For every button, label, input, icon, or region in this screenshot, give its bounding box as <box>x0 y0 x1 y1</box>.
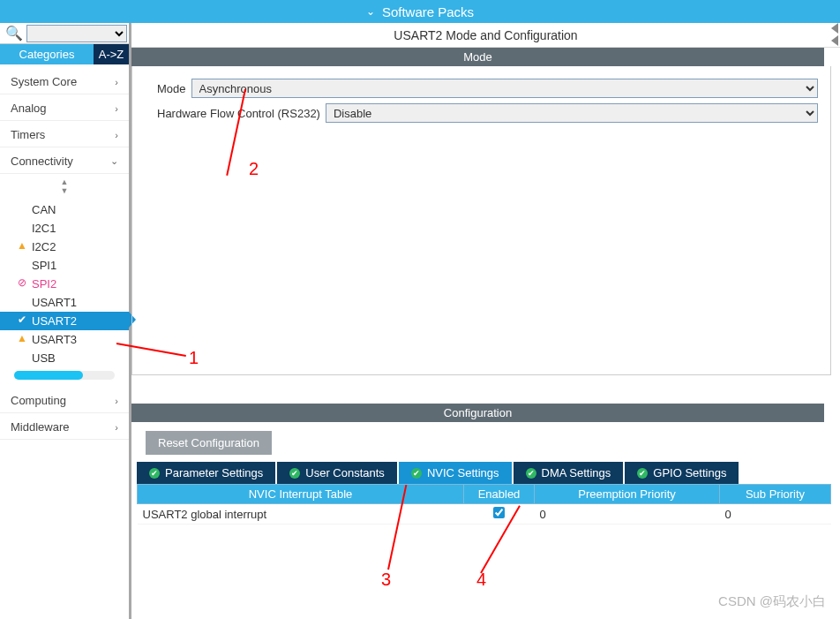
row-interrupt-name: USART2 global interrupt <box>138 504 464 525</box>
sidebar-item-analog[interactable]: Analog › <box>0 94 129 121</box>
scroll-thumb[interactable] <box>14 371 83 380</box>
tab-user-constants[interactable]: ✔User Constants <box>277 462 397 484</box>
hw-flow-label: Hardware Flow Control (RS232) <box>157 107 326 120</box>
chevron-right-icon: › <box>115 130 118 140</box>
main-panel: USART2 Mode and Configuration Mode Mode … <box>131 23 840 619</box>
col-enabled: Enabled <box>464 485 535 504</box>
search-icon[interactable]: 🔍 <box>2 25 26 42</box>
check-icon: ✔ <box>149 468 160 479</box>
tab-az[interactable]: A->Z <box>94 44 129 64</box>
tab-categories[interactable]: Categories <box>0 44 94 64</box>
chevron-right-icon: › <box>115 77 118 87</box>
sidebar-item-i2c2[interactable]: ▲I2C2 <box>0 238 129 256</box>
check-icon: ✔ <box>16 313 28 328</box>
sidebar-item-label: Middleware <box>11 420 69 434</box>
warning-icon: ▲ <box>16 238 28 253</box>
sidebar-item-usart2[interactable]: ✔USART2 <box>0 312 129 330</box>
table-row[interactable]: USART2 global interrupt 0 0 <box>138 504 831 525</box>
chevron-down-icon: ⌄ <box>366 5 375 18</box>
tab-nvic-settings[interactable]: ✔NVIC Settings <box>399 462 512 484</box>
tab-parameter-settings[interactable]: ✔Parameter Settings <box>137 462 275 484</box>
nvic-table: NVIC Interrupt Table Enabled Preemption … <box>137 484 831 525</box>
enabled-checkbox[interactable] <box>493 507 505 518</box>
mode-select[interactable]: Asynchronous <box>191 79 818 98</box>
search-select[interactable] <box>26 25 127 42</box>
chevron-down-icon: ⌄ <box>110 155 118 167</box>
sidebar-item-spi1[interactable]: SPI1 <box>0 256 129 275</box>
chevron-right-icon: › <box>115 103 118 114</box>
reset-configuration-button[interactable]: Reset Configuration <box>146 431 272 455</box>
sidebar-item-spi2[interactable]: ⊘SPI2 <box>0 275 129 293</box>
check-icon: ✔ <box>411 468 422 479</box>
forbidden-icon: ⊘ <box>16 276 28 291</box>
categories-sidebar: 🔍 Categories A->Z System Core › Analog ›… <box>0 23 131 619</box>
chevron-right-icon: › <box>115 396 118 406</box>
row-subpriority[interactable]: 0 <box>720 504 831 525</box>
check-icon: ✔ <box>526 468 536 479</box>
sidebar-item-label: Connectivity <box>11 155 73 168</box>
check-icon: ✔ <box>637 468 648 479</box>
sidebar-item-label: Analog <box>11 102 46 115</box>
software-packs-bar[interactable]: ⌄ Software Packs <box>0 0 840 23</box>
hw-flow-select[interactable]: Disable <box>326 103 818 123</box>
sidebar-item-middleware[interactable]: Middleware › <box>0 413 129 440</box>
scroll-indicator-icon: ▲▼ <box>0 176 129 200</box>
sidebar-item-usb[interactable]: USB <box>0 349 129 367</box>
sidebar-item-computing[interactable]: Computing › <box>0 387 129 413</box>
mode-header: Mode <box>131 48 824 66</box>
page-title: USART2 Mode and Configuration <box>131 23 840 48</box>
sidebar-item-label: Timers <box>11 128 45 141</box>
mode-label: Mode <box>157 82 191 95</box>
col-interrupt-table: NVIC Interrupt Table <box>138 485 464 504</box>
mode-section: Mode Asynchronous Hardware Flow Control … <box>131 66 831 375</box>
software-packs-label: Software Packs <box>382 4 474 19</box>
warning-icon: ▲ <box>16 331 28 346</box>
sidebar-item-system-core[interactable]: System Core › <box>0 68 129 94</box>
sidebar-item-timers[interactable]: Timers › <box>0 121 129 147</box>
row-preempt[interactable]: 0 <box>535 504 720 525</box>
sidebar-item-usart1[interactable]: USART1 <box>0 293 129 312</box>
check-icon: ✔ <box>289 468 300 479</box>
col-preempt: Preemption Priority <box>535 485 720 504</box>
sidebar-item-i2c1[interactable]: I2C1 <box>0 219 129 238</box>
sidebar-item-usart3[interactable]: ▲USART3 <box>0 330 129 349</box>
sidebar-scroll[interactable] <box>14 371 115 380</box>
tab-gpio-settings[interactable]: ✔GPIO Settings <box>625 462 739 484</box>
col-subpriority: Sub Priority <box>720 485 831 504</box>
sidebar-item-label: System Core <box>11 75 77 88</box>
sidebar-item-connectivity[interactable]: Connectivity ⌄ <box>0 147 129 174</box>
sidebar-item-can[interactable]: CAN <box>0 200 129 219</box>
sidebar-item-label: Computing <box>11 394 66 407</box>
configuration-header: Configuration <box>131 404 824 422</box>
chevron-right-icon: › <box>115 422 118 433</box>
tab-dma-settings[interactable]: ✔DMA Settings <box>514 462 624 484</box>
